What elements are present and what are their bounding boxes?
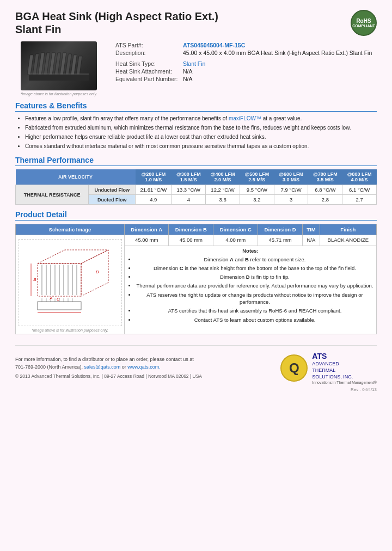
website-link[interactable]: www.qats.com. [127,364,161,370]
feature-item-4: Comes standard without interface materia… [25,143,377,150]
note-4: Thermal performance data are provided fo… [136,282,374,289]
footer-logo-area: Q ATS ADVANCED THERMAL SOLUTIONS, INC. I… [280,351,377,385]
dim-a-value: 45.00 mm [125,235,169,246]
unducted-flow-row: THERMAL RESISTANCE Unducted Flow 21.61 °… [16,185,377,195]
svg-rect-4 [44,53,50,75]
dim-c-value: 4.00 mm [213,235,258,246]
rohs-badge: RoHS COMPLIANT [351,10,377,36]
ducted-label: Ducted Flow [89,195,136,205]
col700lfm-header: @700 LFM 3.5 M/S [308,169,342,185]
header: BGA Heat Sink (High Aspect Ratio Ext.) S… [15,10,377,36]
air-velocity-header: AIR VELOCITY [16,169,136,185]
features-list: Features a low profile, slant fin array … [15,115,377,150]
page-title: BGA Heat Sink (High Aspect Ratio Ext.) S… [15,10,218,36]
dim-c-header: Dimension C [213,224,258,235]
finish-header: Finish [320,224,376,235]
ducted-400: 3.6 [206,195,240,205]
svg-rect-1 [27,55,33,75]
product-image [21,41,97,90]
description: 45.00 x 45.00 x 4.00 mm BGA Heat Sink (H… [181,49,377,57]
svg-text:A: A [49,296,52,301]
notes-list: Dimension A and B refer to component siz… [127,256,374,323]
copyright-text: © 2013 Advanced Thermal Solutions, Inc. … [15,373,202,380]
svg-rect-3 [38,53,45,75]
product-detail-heading: Product Detail [15,210,377,221]
svg-marker-14 [81,250,108,296]
product-image-area: *Image above is for illustration purpose… [15,41,102,96]
tim-header: TIM [303,224,320,235]
schematic-caption: *Image above is for illustration purpose… [18,328,122,332]
equiv-value: N/A [181,75,377,83]
svg-rect-10 [76,56,82,75]
ducted-600: 3 [274,195,308,205]
description-row: Description: 45.00 x 45.00 x 4.00 mm BGA… [113,49,377,57]
dim-a-header: Dimension A [125,224,169,235]
contact-text: For more information, to find a distribu… [15,356,202,371]
col600lfm-header: @600 LFM 3.0 M/S [274,169,308,185]
unducted-600: 7.9 °C/W [274,185,308,195]
svg-marker-13 [38,250,108,264]
footer-contact: For more information, to find a distribu… [15,356,202,380]
page: BGA Heat Sink (High Aspect Ratio Ext.) S… [0,0,392,551]
dim-d-header: Dimension D [258,224,303,235]
unducted-300: 13.3 °C/W [171,185,206,195]
thermal-heading: Thermal Performance [15,156,377,166]
unducted-500: 9.5 °C/W [240,185,274,195]
note-7: Contact ATS to learn about custom option… [136,316,374,323]
schematic-image-cell: C B A D *Image above is for illustration… [16,235,125,334]
svg-rect-24 [38,302,81,310]
notes-heading: Notes: [242,248,259,254]
svg-rect-5 [49,53,56,75]
finish-value: BLACK ANODIZE [320,235,376,246]
ats-q-logo: Q [280,354,308,382]
col400lfm-header: @400 LFM 2.0 M/S [206,169,240,185]
note-2: Dimension C is the heat sink height from… [136,265,374,272]
product-info: *Image above is for illustration purpose… [15,41,377,96]
product-spec-table: ATS Part#: ATS045045004-MF-15C Descripti… [113,41,377,83]
equiv-row: Equivalent Part Number: N/A [113,75,377,83]
title-block: BGA Heat Sink (High Aspect Ratio Ext.) S… [15,10,218,36]
col800lfm-header: @800 LFM 4.0 M/S [342,169,377,185]
detail-dims-row: C B A D *Image above is for illustration… [16,235,377,246]
svg-rect-7 [60,53,66,75]
part-number-row: ATS Part#: ATS045045004-MF-15C [113,41,377,49]
type-value: Slant Fin [181,60,377,68]
ducted-200: 4.9 [136,195,171,205]
svg-rect-0 [29,74,89,81]
svg-rect-9 [71,55,77,75]
svg-rect-6 [54,53,61,75]
schematic-diagram: C B A D [19,239,122,326]
schematic-header: Schematic Image [16,224,125,235]
unducted-800: 6.1 °C/W [342,185,377,195]
notes-cell: Notes: Dimension A and B refer to compon… [125,246,377,334]
svg-rect-2 [33,54,39,75]
note-6: ATS certifies that this heat sink assemb… [136,307,374,314]
ducted-500: 3.2 [240,195,274,205]
unducted-200: 21.61 °C/W [136,185,171,195]
svg-text:C: C [57,297,60,302]
tim-value: N/A [303,235,320,246]
thermal-performance-table: AIR VELOCITY @200 LFM 1.0 M/S @300 LFM 1… [15,169,377,205]
product-detail-table: Schematic Image Dimension A Dimension B … [15,224,377,334]
dim-b-value: 45.00 mm [169,235,213,246]
unducted-700: 6.8 °C/W [308,185,342,195]
ducted-800: 2.7 [342,195,377,205]
col300lfm-header: @300 LFM 1.5 M/S [171,169,206,185]
note-1: Dimension A and B refer to component siz… [136,256,374,263]
ducted-300: 4 [171,195,206,205]
svg-text:D: D [96,270,99,274]
col200lfm-header: @200 LFM 1.0 M/S [136,169,171,185]
email-link[interactable]: sales@qats.com [84,364,121,370]
type-row: Heat Sink Type: Slant Fin [113,60,377,68]
unducted-400: 12.2 °C/W [206,185,240,195]
attachment-value: N/A [181,68,377,75]
part-number: ATS045045004-MF-15C [181,41,377,49]
svg-text:B: B [33,277,36,282]
thermal-resistance-label: THERMAL RESISTANCE [16,185,89,205]
unducted-label: Unducted Flow [89,185,136,195]
feature-item-2: Fabricated from extruded aluminum, which… [25,124,377,132]
footer: For more information, to find a distribu… [15,345,377,385]
dim-b-header: Dimension B [169,224,213,235]
image-caption: *Image above is for illustration purpose… [21,92,97,96]
ducted-700: 2.8 [308,195,342,205]
